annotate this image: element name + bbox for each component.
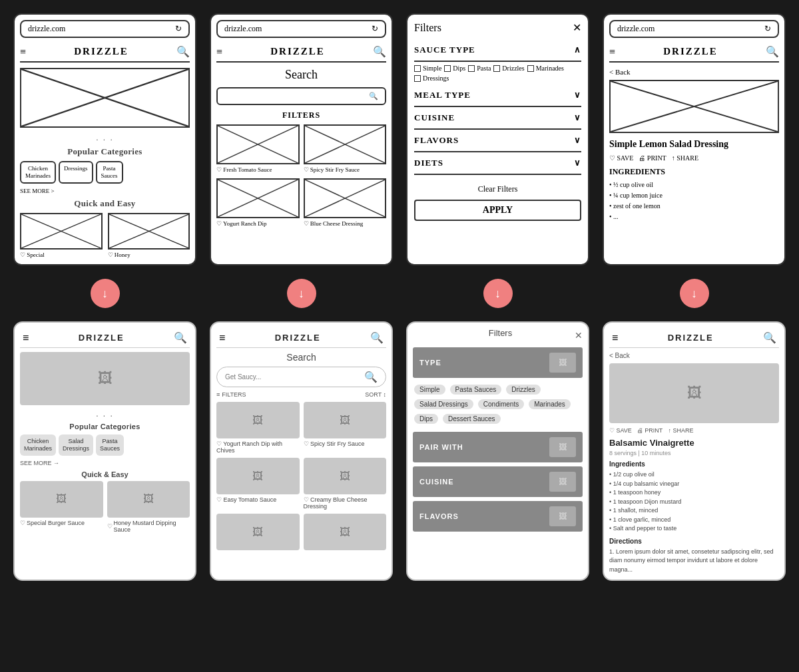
share-btn-real[interactable]: ↑ SHARE — [668, 427, 693, 434]
detail-hero-real: 🖼 — [609, 363, 779, 423]
ingredient-r6: • 1 clove garlic, minced — [609, 516, 779, 525]
real-result-3[interactable]: 🖼 ♡ Easy Tomato Sauce — [216, 458, 300, 510]
pair-with-section-real[interactable]: PAIR WITH 🖼 — [413, 432, 583, 462]
print-btn-sketch[interactable]: 🖨 PRINT — [639, 154, 666, 162]
filters-btn[interactable]: ≡ FILTERS — [216, 391, 246, 398]
cat-btn-real-salad[interactable]: SaladDressings — [59, 434, 93, 456]
search-icon-2[interactable]: 🔍 — [373, 45, 386, 58]
diets-section-sketch[interactable]: DIETS ∨ — [414, 152, 581, 175]
cuisine-section-real[interactable]: CUISINE 🖼 — [413, 466, 583, 497]
real-menu-icon-2[interactable]: ≡ — [219, 332, 225, 344]
wireframe-filters: Filters ✕ SAUCE TYPE ∧ Simple Dips Pasta… — [406, 13, 589, 265]
wireframe-row: drizzle.com ↻ ≡ DRIZZLE 🔍 . . . Popular … — [13, 13, 786, 265]
type-tags: Simple Pasta Sauces Drizzles Salad Dress… — [413, 381, 583, 428]
search-box-sketch[interactable]: 🔍 — [216, 87, 386, 105]
flavors-section-sketch[interactable]: FLAVORS ∨ — [414, 130, 581, 152]
checkbox-drizzles[interactable]: Drizzles — [493, 65, 524, 72]
checkbox-simple[interactable]: Simple — [414, 65, 441, 72]
sort-btn[interactable]: SORT ↕ — [365, 391, 386, 398]
filters-label-real: FILTERS — [222, 391, 246, 398]
result-label-3: ♡ Easy Tomato Sauce — [216, 496, 300, 503]
real-menu-icon-1[interactable]: ≡ — [23, 332, 29, 344]
cuisine-section-sketch[interactable]: CUISINE ∨ — [414, 107, 581, 130]
share-btn-sketch[interactable]: ↑ SHARE — [672, 154, 698, 162]
real-search-title: Search — [216, 352, 386, 363]
app-title-4: DRIZZLE — [663, 46, 718, 57]
see-more-real-label: SEE MORE → — [20, 460, 59, 466]
real-filter-close[interactable]: ✕ — [575, 330, 583, 341]
apply-btn-sketch[interactable]: APPLY — [414, 200, 581, 221]
flavors-section-real[interactable]: FLAVORS 🖼 — [413, 501, 583, 532]
real-search-box[interactable]: 🔍 — [216, 367, 386, 387]
sauce-type-section-sketch: SAUCE TYPE ∧ Simple Dips Pasta Drizzles … — [414, 39, 581, 84]
real-search-icon-1[interactable]: 🔍 — [174, 331, 187, 344]
real-result-5[interactable]: 🖼 — [216, 514, 300, 550]
result-img-3: 🖼 — [216, 458, 300, 494]
print-btn-real[interactable]: 🖨 PRINT — [637, 427, 663, 434]
real-result-2[interactable]: 🖼 ♡ Spicy Stir Fry Sauce — [304, 402, 387, 454]
clear-filters-btn-sketch[interactable]: Clear Filters — [414, 184, 581, 194]
real-search-icon-2[interactable]: 🔍 — [370, 331, 384, 344]
filter-close-sketch[interactable]: ✕ — [573, 21, 581, 34]
arrow-cell-4: ↓ — [603, 279, 786, 308]
heart-honey: ♡ — [107, 523, 113, 530]
save-btn-real[interactable]: ♡ SAVE — [609, 427, 632, 434]
hero-sketch-1 — [20, 68, 190, 128]
real-result-1[interactable]: 🖼 ♡ Yogurt Ranch Dip with Chives — [216, 402, 300, 454]
real-menu-icon-4[interactable]: ≡ — [612, 332, 618, 344]
result-img-sketch-4 — [304, 178, 387, 218]
heart-special: ♡ — [20, 520, 25, 526]
save-btn-sketch[interactable]: ♡ SAVE — [609, 154, 633, 162]
search-icon-1[interactable]: 🔍 — [176, 45, 190, 58]
quick-label-honey: ♡ Honey — [108, 252, 190, 259]
tag-drizzles[interactable]: Drizzles — [506, 385, 541, 395]
tag-condiments[interactable]: Condiments — [478, 399, 524, 409]
back-btn-sketch[interactable]: < Back — [609, 68, 779, 76]
directions-title-real: Directions — [609, 538, 779, 545]
see-more-1[interactable]: SEE MORE > — [20, 188, 190, 194]
sauce-type-header-sketch[interactable]: SAUCE TYPE ∧ — [414, 39, 581, 62]
refresh-icon-4: ↻ — [764, 24, 771, 34]
cat-btn-real-pasta[interactable]: PastaSauces — [96, 434, 124, 456]
detail-back-real[interactable]: < Back — [609, 352, 779, 359]
checkbox-dips[interactable]: Dips — [444, 65, 465, 72]
checkbox-pasta[interactable]: Pasta — [468, 65, 491, 72]
checkbox-marinades[interactable]: Marinades — [527, 65, 564, 72]
quick-sketch-1 — [20, 213, 103, 250]
cat-btn-dressings[interactable]: Dressings — [59, 161, 93, 184]
cat-btn-chicken[interactable]: ChickenMarinades — [20, 161, 56, 184]
type-section-header[interactable]: TYPE 🖼 — [413, 347, 583, 378]
tag-dips[interactable]: Dips — [414, 414, 438, 424]
app-header-4: ≡ DRIZZLE 🔍 — [609, 42, 779, 63]
arrow-cell-1: ↓ — [13, 279, 196, 308]
search-submit-icon[interactable]: 🔍 — [369, 92, 378, 100]
menu-icon-1[interactable]: ≡ — [20, 46, 26, 58]
ingredient-1-sketch: • ½ cup olive oil — [609, 180, 779, 190]
real-search-input[interactable] — [225, 373, 364, 381]
search-results-sketch: ♡ Fresh Tomato Sauce ♡ Spicy Stir Fry Sa… — [216, 124, 386, 228]
tag-simple[interactable]: Simple — [414, 385, 445, 395]
cat-btn-pasta[interactable]: PastaSauces — [96, 161, 123, 184]
search-icon-4[interactable]: 🔍 — [766, 45, 779, 58]
real-result-6[interactable]: 🖼 — [304, 514, 387, 550]
refresh-icon-1: ↻ — [175, 24, 182, 34]
cat-btn-real-chicken[interactable]: ChickenMarinades — [20, 434, 56, 456]
checkbox-dressings[interactable]: Dressings — [414, 75, 449, 82]
see-more-real[interactable]: SEE MORE → — [20, 460, 190, 466]
menu-icon-2[interactable]: ≡ — [216, 46, 222, 58]
wireframe-home: drizzle.com ↻ ≡ DRIZZLE 🔍 . . . Popular … — [13, 13, 196, 265]
app-title-2: DRIZZLE — [270, 46, 325, 57]
tag-marinades[interactable]: Marinades — [529, 399, 571, 409]
meal-type-section-sketch[interactable]: MEAL TYPE ∨ — [414, 84, 581, 107]
real-filters: Filters ✕ TYPE 🖼 Simple Pasta Sauces Dri… — [406, 321, 589, 581]
result-img-sketch-3 — [216, 178, 300, 218]
menu-icon-4[interactable]: ≡ — [609, 46, 615, 58]
real-result-4[interactable]: 🖼 ♡ Creamy Blue Cheese Dressing — [304, 458, 387, 510]
filter-header: Filters ✕ — [414, 21, 581, 34]
result-sketch-1: ♡ Fresh Tomato Sauce — [216, 124, 300, 174]
real-search-icon-4[interactable]: 🔍 — [763, 331, 776, 344]
tag-dessert-sauces[interactable]: Dessert Sauces — [443, 414, 501, 424]
tag-salad-dressings[interactable]: Salad Dressings — [414, 399, 473, 409]
real-search-submit-icon[interactable]: 🔍 — [364, 371, 378, 383]
tag-pasta-sauces[interactable]: Pasta Sauces — [450, 385, 502, 395]
